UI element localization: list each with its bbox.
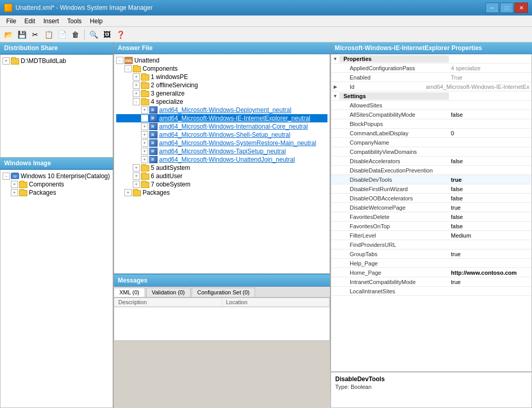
expand-toggle[interactable]: +	[133, 73, 140, 81]
distribution-share-root[interactable]: + D:\MDTBuildLab	[3, 57, 111, 65]
prop-intranet-compat[interactable]: IntranetCompatibilityMode true	[331, 277, 531, 287]
tree-item-intl[interactable]: + amd64_Microsoft-Windows-International-…	[116, 122, 327, 131]
expand-toggle[interactable]: +	[141, 148, 148, 155]
tree-pass-1[interactable]: + 1 windowsPE	[116, 73, 327, 81]
expand-toggle[interactable]: +	[133, 164, 140, 171]
prop-block-popups[interactable]: BlockPopups	[331, 119, 531, 129]
expand-toggle[interactable]: +	[141, 131, 148, 138]
prop-help-page[interactable]: Help_Page	[331, 259, 531, 268]
windows-packages[interactable]: + Packages	[3, 189, 111, 197]
expand-toggle[interactable]: -	[3, 172, 10, 180]
toolbar-paste[interactable]: 📄	[56, 28, 68, 41]
expand-toggle[interactable]: +	[11, 189, 18, 196]
tree-components[interactable]: - Components	[116, 65, 327, 73]
prop-local-intranet[interactable]: LocalIntranetSites	[331, 287, 531, 296]
expand-toggle[interactable]: -	[133, 98, 140, 105]
tree-packages[interactable]: + Packages	[116, 189, 327, 197]
prop-fav-top[interactable]: FavoritesOnTop false	[331, 222, 531, 231]
component-icon	[149, 139, 158, 147]
messages-table-header: Description Location	[114, 298, 330, 307]
prop-id[interactable]: ▶ Id amd64_Microsoft-Windows-IE-Internet…	[331, 82, 531, 91]
maximize-button[interactable]: □	[500, 3, 513, 13]
expand-toggle[interactable]: +	[133, 172, 140, 180]
prop-key-local-intranet: LocalIntranetSites	[339, 288, 449, 295]
prop-allowed-sites[interactable]: AllowedSites	[331, 101, 531, 110]
tree-pass-3[interactable]: + 3 generalize	[116, 89, 327, 98]
tree-item-unattend-join[interactable]: + amd64_Microsoft-Windows-UnattendJoin_n…	[116, 155, 327, 164]
menu-tools[interactable]: Tools	[63, 17, 86, 26]
expand-toggle[interactable]: -	[116, 57, 123, 64]
expand-toggle[interactable]: +	[124, 189, 132, 196]
tree-item-tapi[interactable]: + amd64_Microsoft-Windows-TapiSetup_neut…	[116, 147, 327, 155]
menu-help[interactable]: Help	[86, 17, 107, 26]
tree-item-shell[interactable]: + amd64_Microsoft-Windows-Shell-Setup_ne…	[116, 131, 327, 139]
prop-disable-welcome[interactable]: DisableWelcomePage true	[331, 203, 531, 212]
expand-toggle[interactable]: +	[133, 90, 140, 97]
prop-all-sites-compat[interactable]: AllSitesCompatibilityMode false	[331, 110, 531, 119]
prop-filter-level[interactable]: FilterLevel Medium	[331, 231, 531, 240]
expand-toggle[interactable]: +	[141, 115, 148, 122]
prop-company-name[interactable]: CompanyName	[331, 138, 531, 147]
expand-toggle[interactable]: +	[141, 156, 148, 163]
prop-disable-first-run[interactable]: DisableFirstRunWizard false	[331, 184, 531, 194]
prop-compat-view[interactable]: CompatibilityViewDomains	[331, 147, 531, 156]
toolbar-image[interactable]: 🖼	[101, 28, 113, 41]
prop-disable-dev-tools[interactable]: DisableDevTools true	[331, 175, 531, 184]
tree-item-sysrestore[interactable]: + amd64_Microsoft-Windows-SystemRestore-…	[116, 139, 327, 147]
description-panel: DisableDevTools Type: Boolean	[331, 372, 532, 408]
minimize-button[interactable]: ─	[486, 3, 499, 13]
description-title: DisableDevTools	[335, 375, 527, 383]
prop-group-tabs[interactable]: GroupTabs true	[331, 249, 531, 259]
folder-icon	[11, 57, 19, 65]
tree-item-ie[interactable]: + amd64_Microsoft-Windows-IE-InternetExp…	[116, 114, 327, 122]
toolbar-delete[interactable]: 🗑	[69, 28, 82, 41]
tree-pass-5[interactable]: + 5 auditSystem	[116, 164, 327, 172]
expand-toggle[interactable]: +	[3, 57, 10, 65]
tree-unattend[interactable]: - XML Unattend	[116, 56, 327, 65]
expand-toggle[interactable]: +	[133, 82, 140, 89]
windows-image-root[interactable]: - W Windows 10 Enterprise(Catalog)	[3, 172, 111, 180]
toolbar-copy[interactable]: 📋	[42, 28, 55, 41]
toolbar-save[interactable]: 💾	[15, 28, 28, 41]
distribution-root-label: D:\MDTBuildLab	[21, 57, 66, 65]
xml-icon: XML	[124, 57, 133, 64]
menu-insert[interactable]: Insert	[39, 17, 63, 26]
tab-xml[interactable]: XML (0)	[114, 288, 145, 297]
prop-disable-dep[interactable]: DisableDataExecutionPrevention	[331, 166, 531, 175]
prop-applied-config[interactable]: AppliedConfigurationPass 4 specialize	[331, 64, 531, 73]
collapse-icon[interactable]: ▼	[331, 92, 339, 100]
tab-validation[interactable]: Validation (0)	[146, 288, 191, 297]
expand-toggle[interactable]: +	[11, 181, 18, 188]
toolbar-search[interactable]: 🔍	[87, 28, 100, 41]
expand-toggle[interactable]: +	[141, 106, 148, 114]
tree-item-deployment[interactable]: + amd64_Microsoft-Windows-Deployment_neu…	[116, 106, 327, 114]
tab-config-set[interactable]: Configuration Set (0)	[192, 288, 256, 297]
toolbar-open[interactable]: 📂	[2, 28, 14, 41]
tree-pass-2[interactable]: + 2 offlineServicing	[116, 81, 327, 89]
shell-label: amd64_Microsoft-Windows-Shell-Setup_neut…	[159, 131, 290, 138]
expand-toggle[interactable]: +	[141, 139, 148, 147]
expand-toggle[interactable]: +	[141, 123, 148, 130]
menu-edit[interactable]: Edit	[20, 17, 39, 26]
prop-home-page[interactable]: Home_Page http://www.contoso.com	[331, 268, 531, 277]
prop-enabled[interactable]: Enabled True	[331, 73, 531, 82]
windows-packages-label: Packages	[29, 189, 56, 196]
prop-find-providers[interactable]: FindProvidersURL	[331, 240, 531, 249]
toolbar-cut[interactable]: ✂	[29, 28, 41, 41]
prop-disable-accel[interactable]: DisableAccelerators false	[331, 156, 531, 166]
expand-icon[interactable]: ▶	[331, 83, 339, 91]
menu-file[interactable]: File	[2, 17, 20, 26]
prop-cmd-label[interactable]: CommandLabelDisplay 0	[331, 129, 531, 138]
expand-toggle[interactable]: +	[133, 181, 140, 188]
close-button[interactable]: ✕	[514, 3, 528, 13]
collapse-icon[interactable]: ▼	[331, 55, 339, 63]
windows-image-content: - W Windows 10 Enterprise(Catalog) + Com…	[0, 169, 113, 408]
windows-components[interactable]: + Components	[3, 180, 111, 189]
tree-pass-4[interactable]: - 4 specialize	[116, 98, 327, 106]
tree-pass-7[interactable]: + 7 oobeSystem	[116, 180, 327, 189]
tree-pass-6[interactable]: + 6 auditUser	[116, 172, 327, 180]
prop-disable-oob[interactable]: DisableOOBAccelerators false	[331, 194, 531, 203]
prop-fav-delete[interactable]: FavoritesDelete false	[331, 212, 531, 222]
toolbar-help[interactable]: ❓	[114, 28, 127, 41]
expand-toggle[interactable]: -	[124, 65, 132, 72]
